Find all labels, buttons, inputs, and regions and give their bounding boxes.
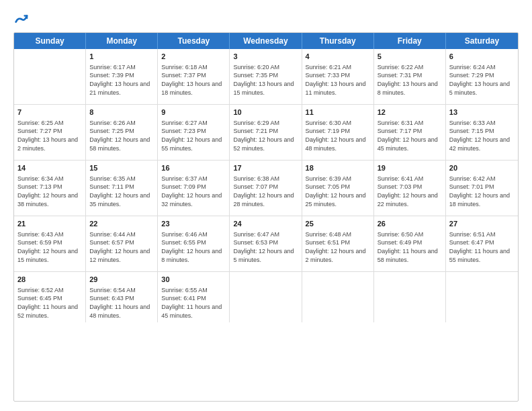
cell-date: 19 — [378, 163, 442, 173]
header-day-sunday: Sunday — [14, 33, 86, 49]
calendar-cell: 5Sunrise: 6:22 AMSunset: 7:31 PMDaylight… — [374, 49, 446, 104]
calendar-cell: 9Sunrise: 6:27 AMSunset: 7:23 PMDaylight… — [158, 105, 230, 160]
cell-info: Sunrise: 6:47 AMSunset: 6:53 PMDaylight:… — [233, 230, 298, 264]
cell-info: Sunrise: 6:55 AMSunset: 6:41 PMDaylight:… — [161, 286, 226, 320]
calendar-cell: 7Sunrise: 6:25 AMSunset: 7:27 PMDaylight… — [14, 105, 86, 160]
calendar-cell: 6Sunrise: 6:24 AMSunset: 7:29 PMDaylight… — [446, 49, 518, 104]
cell-date: 15 — [89, 163, 154, 173]
calendar-week-4: 21Sunrise: 6:43 AMSunset: 6:59 PMDayligh… — [14, 216, 518, 272]
header-day-monday: Monday — [86, 33, 158, 49]
calendar-cell: 12Sunrise: 6:31 AMSunset: 7:17 PMDayligh… — [374, 105, 446, 160]
cell-info: Sunrise: 6:39 AMSunset: 7:05 PMDaylight:… — [306, 175, 370, 208]
calendar-cell: 1Sunrise: 6:17 AMSunset: 7:39 PMDaylight… — [86, 49, 158, 104]
cell-info: Sunrise: 6:22 AMSunset: 7:31 PMDaylight:… — [378, 63, 442, 97]
cell-info: Sunrise: 6:21 AMSunset: 7:33 PMDaylight:… — [306, 63, 370, 97]
header — [13, 12, 519, 27]
cell-date: 24 — [233, 219, 298, 229]
cell-info: Sunrise: 6:20 AMSunset: 7:35 PMDaylight:… — [233, 63, 298, 97]
cell-date: 17 — [233, 163, 298, 173]
cell-info: Sunrise: 6:46 AMSunset: 6:55 PMDaylight:… — [161, 230, 226, 264]
cell-date: 4 — [306, 52, 370, 62]
calendar-cell: 24Sunrise: 6:47 AMSunset: 6:53 PMDayligh… — [230, 216, 302, 271]
calendar-week-3: 14Sunrise: 6:34 AMSunset: 7:13 PMDayligh… — [14, 161, 518, 216]
calendar-cell: 28Sunrise: 6:52 AMSunset: 6:45 PMDayligh… — [14, 272, 86, 322]
calendar-header: SundayMondayTuesdayWednesdayThursdayFrid… — [14, 33, 518, 49]
cell-info: Sunrise: 6:34 AMSunset: 7:13 PMDaylight:… — [17, 175, 82, 208]
calendar-cell: 3Sunrise: 6:20 AMSunset: 7:35 PMDaylight… — [230, 49, 302, 104]
calendar-cell: 26Sunrise: 6:50 AMSunset: 6:49 PMDayligh… — [374, 216, 446, 271]
calendar-cell: 30Sunrise: 6:55 AMSunset: 6:41 PMDayligh… — [158, 272, 230, 322]
cell-info: Sunrise: 6:38 AMSunset: 7:07 PMDaylight:… — [233, 175, 298, 208]
calendar-cell: 18Sunrise: 6:39 AMSunset: 7:05 PMDayligh… — [302, 161, 374, 216]
calendar-cell: 4Sunrise: 6:21 AMSunset: 7:33 PMDaylight… — [302, 49, 374, 104]
calendar-cell — [14, 49, 86, 104]
cell-date: 13 — [449, 107, 515, 118]
cell-date: 2 — [161, 52, 226, 62]
calendar-cell: 29Sunrise: 6:54 AMSunset: 6:43 PMDayligh… — [86, 272, 158, 322]
cell-date: 6 — [449, 52, 515, 62]
cell-date: 12 — [378, 107, 442, 118]
calendar-cell — [230, 272, 302, 322]
cell-info: Sunrise: 6:27 AMSunset: 7:23 PMDaylight:… — [161, 119, 226, 152]
cell-info: Sunrise: 6:52 AMSunset: 6:45 PMDaylight:… — [17, 286, 82, 320]
cell-date: 25 — [306, 219, 370, 229]
calendar-cell: 25Sunrise: 6:48 AMSunset: 6:51 PMDayligh… — [302, 216, 374, 271]
cell-info: Sunrise: 6:29 AMSunset: 7:21 PMDaylight:… — [233, 119, 298, 152]
cell-date: 3 — [233, 52, 298, 62]
cell-info: Sunrise: 6:25 AMSunset: 7:27 PMDaylight:… — [17, 119, 82, 152]
cell-date: 28 — [17, 275, 82, 285]
calendar-cell: 13Sunrise: 6:33 AMSunset: 7:15 PMDayligh… — [446, 105, 518, 160]
cell-date: 10 — [233, 107, 298, 118]
calendar-cell — [302, 272, 374, 322]
cell-info: Sunrise: 6:54 AMSunset: 6:43 PMDaylight:… — [89, 286, 154, 320]
calendar: SundayMondayTuesdayWednesdayThursdayFrid… — [13, 32, 519, 402]
calendar-cell: 14Sunrise: 6:34 AMSunset: 7:13 PMDayligh… — [14, 161, 86, 216]
cell-info: Sunrise: 6:33 AMSunset: 7:15 PMDaylight:… — [449, 119, 515, 152]
calendar-cell: 23Sunrise: 6:46 AMSunset: 6:55 PMDayligh… — [158, 216, 230, 271]
cell-date: 11 — [306, 107, 370, 118]
cell-info: Sunrise: 6:48 AMSunset: 6:51 PMDaylight:… — [306, 230, 370, 264]
calendar-week-5: 28Sunrise: 6:52 AMSunset: 6:45 PMDayligh… — [14, 272, 518, 322]
header-day-wednesday: Wednesday — [230, 33, 302, 49]
cell-info: Sunrise: 6:18 AMSunset: 7:37 PMDaylight:… — [161, 63, 226, 97]
calendar-week-2: 7Sunrise: 6:25 AMSunset: 7:27 PMDaylight… — [14, 105, 518, 161]
calendar-cell: 27Sunrise: 6:51 AMSunset: 6:47 PMDayligh… — [446, 216, 518, 271]
cell-info: Sunrise: 6:30 AMSunset: 7:19 PMDaylight:… — [306, 119, 370, 152]
cell-info: Sunrise: 6:50 AMSunset: 6:49 PMDaylight:… — [378, 230, 442, 264]
page: SundayMondayTuesdayWednesdayThursdayFrid… — [0, 0, 532, 411]
cell-info: Sunrise: 6:42 AMSunset: 7:01 PMDaylight:… — [449, 175, 515, 208]
cell-date: 23 — [161, 219, 226, 229]
cell-date: 9 — [161, 107, 226, 118]
cell-info: Sunrise: 6:31 AMSunset: 7:17 PMDaylight:… — [378, 119, 442, 152]
calendar-cell: 10Sunrise: 6:29 AMSunset: 7:21 PMDayligh… — [230, 105, 302, 160]
calendar-cell: 21Sunrise: 6:43 AMSunset: 6:59 PMDayligh… — [14, 216, 86, 271]
header-day-friday: Friday — [374, 33, 446, 49]
cell-info: Sunrise: 6:35 AMSunset: 7:11 PMDaylight:… — [89, 175, 154, 208]
cell-date: 21 — [17, 219, 82, 229]
header-day-saturday: Saturday — [446, 33, 518, 49]
calendar-cell: 15Sunrise: 6:35 AMSunset: 7:11 PMDayligh… — [86, 161, 158, 216]
calendar-cell: 22Sunrise: 6:44 AMSunset: 6:57 PMDayligh… — [86, 216, 158, 271]
cell-info: Sunrise: 6:41 AMSunset: 7:03 PMDaylight:… — [378, 175, 442, 208]
calendar-cell: 8Sunrise: 6:26 AMSunset: 7:25 PMDaylight… — [86, 105, 158, 160]
cell-date: 20 — [449, 163, 515, 173]
calendar-cell — [374, 272, 446, 322]
calendar-body: 1Sunrise: 6:17 AMSunset: 7:39 PMDaylight… — [14, 49, 518, 322]
logo-icon — [13, 12, 28, 27]
cell-date: 5 — [378, 52, 442, 62]
cell-info: Sunrise: 6:26 AMSunset: 7:25 PMDaylight:… — [89, 119, 154, 152]
calendar-cell: 19Sunrise: 6:41 AMSunset: 7:03 PMDayligh… — [374, 161, 446, 216]
calendar-cell: 2Sunrise: 6:18 AMSunset: 7:37 PMDaylight… — [158, 49, 230, 104]
header-day-tuesday: Tuesday — [158, 33, 230, 49]
calendar-week-1: 1Sunrise: 6:17 AMSunset: 7:39 PMDaylight… — [14, 49, 518, 105]
cell-info: Sunrise: 6:24 AMSunset: 7:29 PMDaylight:… — [449, 63, 515, 97]
cell-info: Sunrise: 6:51 AMSunset: 6:47 PMDaylight:… — [449, 230, 515, 264]
cell-date: 1 — [89, 52, 154, 62]
calendar-cell: 11Sunrise: 6:30 AMSunset: 7:19 PMDayligh… — [302, 105, 374, 160]
calendar-cell: 16Sunrise: 6:37 AMSunset: 7:09 PMDayligh… — [158, 161, 230, 216]
logo — [13, 12, 28, 27]
cell-info: Sunrise: 6:37 AMSunset: 7:09 PMDaylight:… — [161, 175, 226, 208]
header-day-thursday: Thursday — [302, 33, 374, 49]
cell-date: 30 — [161, 275, 226, 285]
cell-date: 14 — [17, 163, 82, 173]
